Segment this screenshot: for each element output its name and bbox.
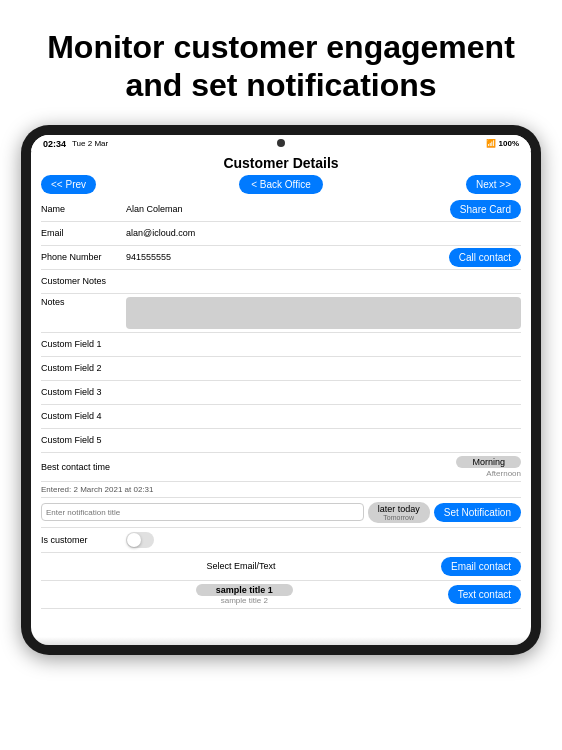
- device-wrapper: 02:34 Tue 2 Mar 📶 100% Customer Details …: [0, 125, 562, 655]
- customer-notes-label-row: Customer Notes: [41, 270, 521, 294]
- phone-row: Phone Number 941555555 Call contact: [41, 246, 521, 270]
- sample-items-col: sample title 1 sample title 2: [41, 584, 448, 605]
- form-scroll: Name Alan Coleman Share Card Email alan@…: [31, 198, 531, 637]
- notes-box[interactable]: [126, 297, 521, 329]
- morning-option[interactable]: Morning: [456, 456, 521, 468]
- sample-title-1[interactable]: sample title 1: [196, 584, 293, 596]
- sample-items-row: sample title 1 sample title 2 Text conta…: [41, 581, 521, 609]
- next-button[interactable]: Next >>: [466, 175, 521, 194]
- entered-row: Entered: 2 March 2021 at 02:31: [41, 482, 521, 498]
- select-email-label: Select Email/Text: [41, 561, 441, 571]
- page-title: Monitor customer engagement and set noti…: [40, 28, 522, 105]
- custom-field-3-label: Custom Field 3: [41, 387, 126, 397]
- is-customer-row: Is customer: [41, 528, 521, 553]
- custom-field-4-row: Custom Field 4: [41, 405, 521, 429]
- wifi-icon: 📶: [486, 139, 496, 148]
- back-office-button[interactable]: < Back Office: [239, 175, 323, 194]
- call-contact-button[interactable]: Call contact: [449, 248, 521, 267]
- custom-field-3-row: Custom Field 3: [41, 381, 521, 405]
- notification-title-input[interactable]: [41, 503, 364, 521]
- email-contact-button[interactable]: Email contact: [441, 557, 521, 576]
- name-label: Name: [41, 204, 126, 214]
- prev-button[interactable]: << Prev: [41, 175, 96, 194]
- device-frame: 02:34 Tue 2 Mar 📶 100% Customer Details …: [21, 125, 541, 655]
- custom-field-2-row: Custom Field 2: [41, 357, 521, 381]
- text-contact-button[interactable]: Text contact: [448, 585, 521, 604]
- email-row: Email alan@icloud.com: [41, 222, 521, 246]
- notif-time-sub: Tomorrow: [383, 514, 414, 521]
- notification-time-dropdown[interactable]: later today Tomorrow: [368, 502, 430, 523]
- is-customer-label: Is customer: [41, 535, 126, 545]
- status-date: Tue 2 Mar: [72, 139, 108, 148]
- sample-title-2[interactable]: sample title 2: [221, 596, 268, 605]
- share-card-button[interactable]: Share Card: [450, 200, 521, 219]
- custom-field-5-label: Custom Field 5: [41, 435, 126, 445]
- status-time: 02:34: [43, 139, 66, 149]
- custom-field-5-row: Custom Field 5: [41, 429, 521, 453]
- device-screen: 02:34 Tue 2 Mar 📶 100% Customer Details …: [31, 135, 531, 645]
- nav-row: << Prev < Back Office Next >>: [31, 175, 531, 198]
- custom-field-1-row: Custom Field 1: [41, 333, 521, 357]
- screen-title: Customer Details: [31, 151, 531, 175]
- entered-label: Entered: 2 March 2021 at 02:31: [41, 485, 154, 494]
- best-contact-label: Best contact time: [41, 462, 126, 472]
- notes-area: Notes: [41, 294, 521, 333]
- notes-label: Notes: [41, 297, 126, 307]
- custom-field-1-label: Custom Field 1: [41, 339, 126, 349]
- bottom-fade: [31, 637, 531, 645]
- contact-time-options: Morning Afternoon: [126, 456, 521, 478]
- app-content: Customer Details << Prev < Back Office N…: [31, 151, 531, 645]
- afternoon-option[interactable]: Afternoon: [486, 469, 521, 478]
- email-label: Email: [41, 228, 126, 238]
- select-email-text-row: Select Email/Text Email contact: [41, 553, 521, 581]
- notif-time-main: later today: [378, 504, 420, 514]
- notification-row: later today Tomorrow Set Notification: [41, 498, 521, 528]
- status-icons: 📶 100%: [486, 139, 519, 148]
- email-value: alan@icloud.com: [126, 228, 521, 238]
- page-header: Monitor customer engagement and set noti…: [0, 0, 562, 125]
- custom-field-2-label: Custom Field 2: [41, 363, 126, 373]
- custom-field-4-label: Custom Field 4: [41, 411, 126, 421]
- phone-label: Phone Number: [41, 252, 126, 262]
- best-contact-time-row: Best contact time Morning Afternoon: [41, 453, 521, 482]
- set-notification-button[interactable]: Set Notification: [434, 503, 521, 522]
- is-customer-toggle[interactable]: [126, 532, 154, 548]
- device-camera: [277, 139, 285, 147]
- battery-indicator: 100%: [499, 139, 519, 148]
- name-row: Name Alan Coleman Share Card: [41, 198, 521, 222]
- customer-notes-label: Customer Notes: [41, 276, 126, 286]
